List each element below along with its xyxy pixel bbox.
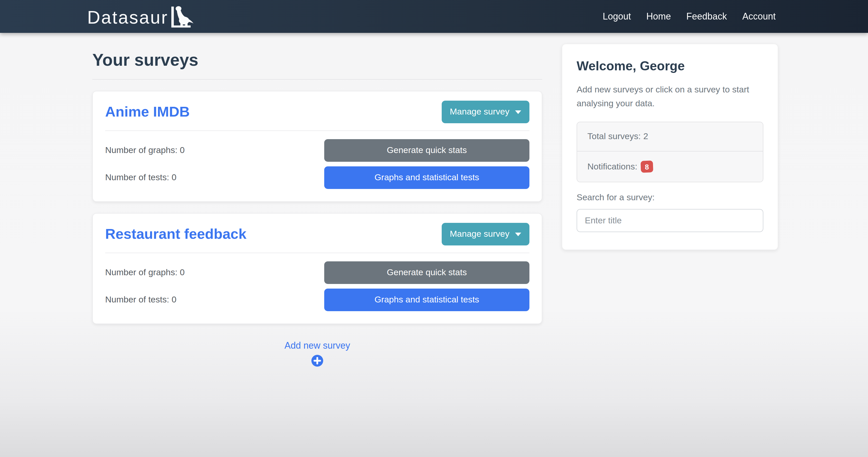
nav-link-home[interactable]: Home xyxy=(646,11,671,22)
graphs-row: Number of graphs: 0 Generate quick stats xyxy=(105,139,529,162)
survey-title-link[interactable]: Anime IMDB xyxy=(105,104,190,120)
surveys-column: Your surveys Anime IMDB Manage survey Nu… xyxy=(92,47,542,367)
manage-survey-button[interactable]: Manage survey xyxy=(442,223,529,246)
graphs-statistical-tests-button[interactable]: Graphs and statistical tests xyxy=(324,166,529,189)
card-header: Anime IMDB Manage survey xyxy=(105,101,529,123)
card-divider xyxy=(105,253,529,253)
total-surveys-item: Total surveys: 2 xyxy=(577,122,763,151)
nav-link-feedback[interactable]: Feedback xyxy=(686,11,727,22)
stats-list: Total surveys: 2 Notifications: 8 xyxy=(577,122,763,182)
add-new-survey-block: Add new survey xyxy=(92,340,542,367)
main-content: Your surveys Anime IMDB Manage survey Nu… xyxy=(0,33,868,367)
survey-card-restaurant-feedback: Restaurant feedback Manage survey Number… xyxy=(92,213,542,324)
survey-title-link[interactable]: Restaurant feedback xyxy=(105,226,247,242)
add-new-survey-link[interactable]: Add new survey xyxy=(284,340,350,351)
sidebar-column: Welcome, George Add new surveys or click… xyxy=(562,44,778,250)
card-header: Restaurant feedback Manage survey xyxy=(105,223,529,246)
tests-count-text: Number of tests: 0 xyxy=(105,173,177,183)
page-title: Your surveys xyxy=(92,50,542,70)
graphs-count-text: Number of graphs: 0 xyxy=(105,267,185,278)
card-divider xyxy=(105,131,529,131)
top-navbar: Datasaur Logo xyxy=(0,0,868,33)
nav-link-logout[interactable]: Logout xyxy=(603,11,631,22)
plus-circle-icon[interactable] xyxy=(311,355,323,367)
manage-survey-button[interactable]: Manage survey xyxy=(442,101,529,123)
tests-row: Number of tests: 0 Graphs and statistica… xyxy=(105,166,529,189)
graphs-statistical-tests-button[interactable]: Graphs and statistical tests xyxy=(324,289,529,311)
graphs-count-text: Number of graphs: 0 xyxy=(105,145,185,155)
search-survey-label: Search for a survey: xyxy=(577,193,763,203)
welcome-panel: Welcome, George Add new surveys or click… xyxy=(562,44,778,250)
tests-count-text: Number of tests: 0 xyxy=(105,295,177,305)
nav-link-account[interactable]: Account xyxy=(742,11,776,22)
generate-quick-stats-button[interactable]: Generate quick stats xyxy=(324,139,529,162)
notifications-item: Notifications: 8 xyxy=(577,151,763,182)
search-survey-input[interactable] xyxy=(577,209,763,232)
graphs-row: Number of graphs: 0 Generate quick stats xyxy=(105,261,529,284)
chevron-down-icon xyxy=(515,232,521,236)
welcome-heading: Welcome, George xyxy=(577,59,763,74)
generate-quick-stats-button[interactable]: Generate quick stats xyxy=(324,261,529,284)
page: Datasaur Logo xyxy=(0,0,868,457)
total-surveys-count: 2 xyxy=(643,132,648,142)
notifications-badge: 8 xyxy=(641,161,653,173)
notifications-label: Notifications: xyxy=(587,162,638,172)
datasaur-dino-icon xyxy=(169,3,194,30)
navbar-links: Logout Home Feedback Account xyxy=(603,11,776,22)
brand-name: Datasaur xyxy=(87,8,168,30)
tests-row: Number of tests: 0 Graphs and statistica… xyxy=(105,289,529,311)
manage-survey-label: Manage survey xyxy=(450,107,509,117)
survey-card-anime-imdb: Anime IMDB Manage survey Number of graph… xyxy=(92,91,542,202)
brand-logo[interactable]: Datasaur xyxy=(87,3,194,30)
chevron-down-icon xyxy=(515,110,521,114)
heading-divider xyxy=(92,79,542,80)
manage-survey-label: Manage survey xyxy=(450,229,509,239)
total-surveys-label: Total surveys: xyxy=(587,132,641,142)
welcome-intro-text: Add new surveys or click on a survey to … xyxy=(577,83,763,111)
